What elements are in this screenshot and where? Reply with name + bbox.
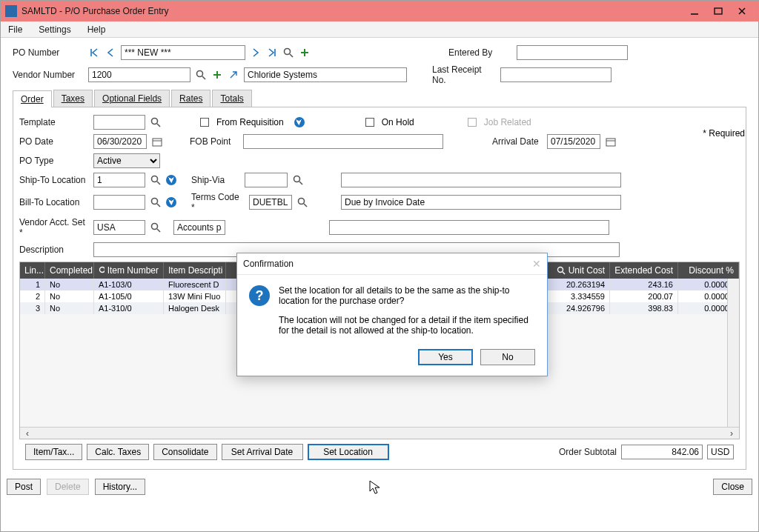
dialog-text-2: The location will not be changed for a d… <box>279 315 535 336</box>
maximize-button[interactable] <box>706 3 730 19</box>
menubar: File Settings Help <box>1 21 758 38</box>
dialog-text-1: Set the location for all details to be t… <box>279 285 535 306</box>
app-icon <box>5 5 17 17</box>
app-window: SAMLTD - P/O Purchase Order Entry File S… <box>0 0 759 532</box>
titlebar: SAMLTD - P/O Purchase Order Entry <box>1 1 758 21</box>
dialog-close-icon[interactable]: ✕ <box>532 258 541 270</box>
question-icon: ? <box>249 285 270 306</box>
dialog-no-button[interactable]: No <box>480 349 535 365</box>
window-title: SAMLTD - P/O Purchase Order Entry <box>21 6 683 16</box>
body: PO Number Entered By Vendor Number L <box>1 38 758 531</box>
dialog-title: Confirmation <box>243 259 294 269</box>
confirmation-dialog: Confirmation ✕ ? Set the location for al… <box>236 253 548 376</box>
close-button[interactable] <box>730 3 754 19</box>
dialog-yes-button[interactable]: Yes <box>418 349 473 365</box>
menu-settings[interactable]: Settings <box>36 24 73 36</box>
menu-help[interactable]: Help <box>84 24 109 36</box>
menu-file[interactable]: File <box>5 24 25 36</box>
svg-rect-1 <box>715 8 722 14</box>
dialog-titlebar: Confirmation ✕ <box>237 253 547 275</box>
minimize-button[interactable] <box>683 3 706 19</box>
